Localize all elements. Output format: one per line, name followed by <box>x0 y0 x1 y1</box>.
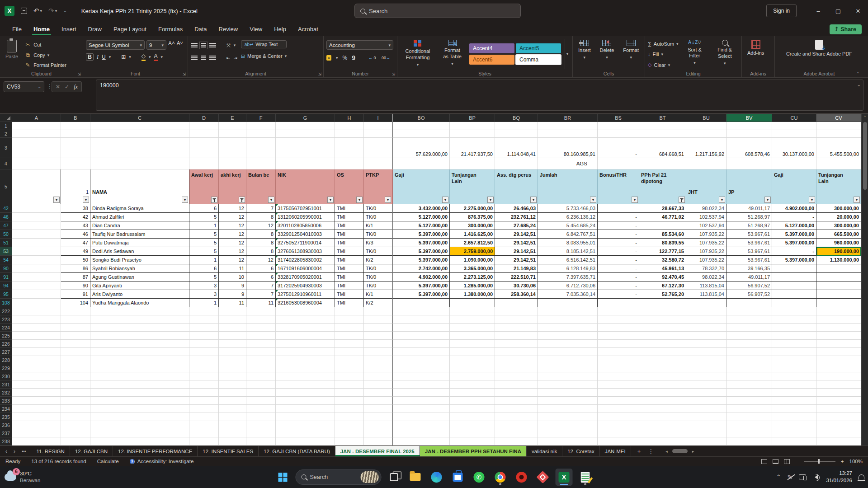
cell[interactable] <box>12 130 61 138</box>
cell[interactable] <box>335 122 364 130</box>
page-break-view-icon[interactable] <box>784 459 790 464</box>
cell[interactable] <box>495 307 538 315</box>
cell[interactable] <box>538 389 598 397</box>
cell-C54[interactable]: Songko Budi Prasetyo <box>90 256 189 264</box>
column-header-BP[interactable]: BP <box>450 114 495 122</box>
cell-C46[interactable]: Ahmad Zulfikri <box>90 213 189 221</box>
cell[interactable] <box>772 389 816 397</box>
cell-BU53[interactable]: 107.935,22 <box>686 247 726 256</box>
cell[interactable] <box>335 130 364 138</box>
format-cells-button[interactable]: Format▾ <box>620 39 642 69</box>
cell[interactable] <box>686 421 726 429</box>
start-button[interactable] <box>274 469 292 486</box>
cell[interactable] <box>246 405 276 413</box>
cell[interactable] <box>12 230 61 239</box>
cell[interactable] <box>772 421 816 429</box>
cell[interactable] <box>12 213 61 221</box>
cast-device-icon[interactable] <box>799 474 806 479</box>
cell[interactable] <box>639 348 686 356</box>
cell-B46[interactable]: 42 <box>61 213 90 221</box>
cell[interactable] <box>726 413 772 421</box>
cell[interactable] <box>393 340 450 348</box>
row-header-234[interactable]: 234 <box>0 405 12 413</box>
cell[interactable] <box>276 405 335 413</box>
cell-BO108[interactable] <box>393 299 450 307</box>
microsoft-store-button[interactable] <box>449 469 467 486</box>
column-header-H[interactable]: H <box>335 114 364 122</box>
cell-BU46[interactable]: 102.537,94 <box>686 213 726 221</box>
cell-BT53[interactable]: 122.777,15 <box>639 247 686 256</box>
cell-BU91[interactable]: 98.022,34 <box>686 273 726 282</box>
clipboard-dialog-launcher[interactable]: ⇲ <box>77 72 81 76</box>
cell[interactable] <box>90 356 189 364</box>
cell[interactable] <box>90 389 189 397</box>
filter-dropdown-button[interactable]: ▾ <box>385 197 391 203</box>
cell[interactable] <box>598 307 639 315</box>
cell-G90[interactable]: 1671091606000004 <box>276 264 335 273</box>
table-header-BR5[interactable]: Jumlah▾ <box>538 169 598 204</box>
row-header-230[interactable]: 230 <box>0 372 12 380</box>
row-header-227[interactable]: 227 <box>0 348 12 356</box>
sheet-tab-12-coretax[interactable]: 12. Coretax <box>562 446 599 456</box>
cell[interactable] <box>726 307 772 315</box>
cell[interactable] <box>598 421 639 429</box>
cell[interactable] <box>12 397 61 405</box>
cell[interactable] <box>12 204 61 213</box>
cell[interactable] <box>495 429 538 437</box>
cell[interactable] <box>538 405 598 413</box>
filter-dropdown-button[interactable]: ▾ <box>764 197 771 203</box>
number-dialog-launcher[interactable]: ⇲ <box>392 72 395 76</box>
row-header-228[interactable]: 228 <box>0 356 12 364</box>
cell[interactable] <box>450 380 495 389</box>
cell[interactable] <box>12 247 61 256</box>
cell[interactable] <box>450 372 495 380</box>
cell[interactable] <box>639 130 686 138</box>
cell[interactable] <box>686 158 726 169</box>
ribbon-tab-draw[interactable]: Draw <box>82 23 108 36</box>
taskbar-search[interactable]: Search <box>296 469 382 485</box>
cell[interactable] <box>276 364 335 372</box>
cell[interactable] <box>12 158 61 169</box>
cell[interactable] <box>61 307 90 315</box>
cell[interactable] <box>335 340 364 348</box>
cell[interactable] <box>189 389 219 397</box>
cell-style-accent6[interactable]: Accent6 <box>469 55 514 65</box>
column-header-D[interactable]: D <box>189 114 219 122</box>
cell-D53[interactable]: 5 <box>189 247 219 256</box>
cell[interactable] <box>598 324 639 332</box>
decrease-indent-icon[interactable]: ⇤ <box>226 56 230 61</box>
cell[interactable] <box>598 380 639 389</box>
cell-D90[interactable]: 6 <box>189 264 219 273</box>
cell[interactable] <box>276 356 335 364</box>
redo-button[interactable]: ↷▾ <box>48 7 57 15</box>
orientation-button[interactable]: ⤧ <box>226 42 231 48</box>
cell[interactable] <box>219 380 246 389</box>
sheet-tab-12-insentif-performance[interactable]: 12. INSENTIF PERFORMANCE <box>113 446 198 456</box>
cell[interactable] <box>276 429 335 437</box>
cell[interactable] <box>726 421 772 429</box>
cell-BO90[interactable]: 2.742.000,00 <box>393 264 450 273</box>
cell-BS91[interactable]: - <box>598 273 639 282</box>
cell[interactable] <box>393 332 450 340</box>
total-cell-CU3[interactable]: 30.137.000,00 <box>772 138 816 158</box>
cell[interactable] <box>639 332 686 340</box>
cell[interactable] <box>219 413 246 421</box>
cell-CU90[interactable] <box>772 264 816 273</box>
notification-bell-icon[interactable] <box>859 474 864 480</box>
cell-BU47[interactable]: 102.537,94 <box>686 221 726 230</box>
undo-button[interactable]: ↶▾ <box>33 7 42 15</box>
align-left-icon[interactable] <box>191 56 198 61</box>
cell[interactable] <box>364 138 393 158</box>
percent-style-icon[interactable]: % <box>343 55 348 61</box>
cell-E46[interactable]: 12 <box>219 213 246 221</box>
cell-BS46[interactable]: - <box>598 213 639 221</box>
cell[interactable] <box>61 405 90 413</box>
row-header-4[interactable]: 4 <box>0 158 12 169</box>
cell-CV42[interactable]: 300.000,00 <box>816 204 861 213</box>
cell[interactable] <box>726 437 772 446</box>
column-header-B[interactable]: B <box>61 114 90 122</box>
cell[interactable] <box>189 380 219 389</box>
cell[interactable] <box>335 332 364 340</box>
filter-dropdown-button[interactable]: ▾ <box>356 197 363 203</box>
cell-BR42[interactable]: 5.733.466,03 <box>538 204 598 213</box>
